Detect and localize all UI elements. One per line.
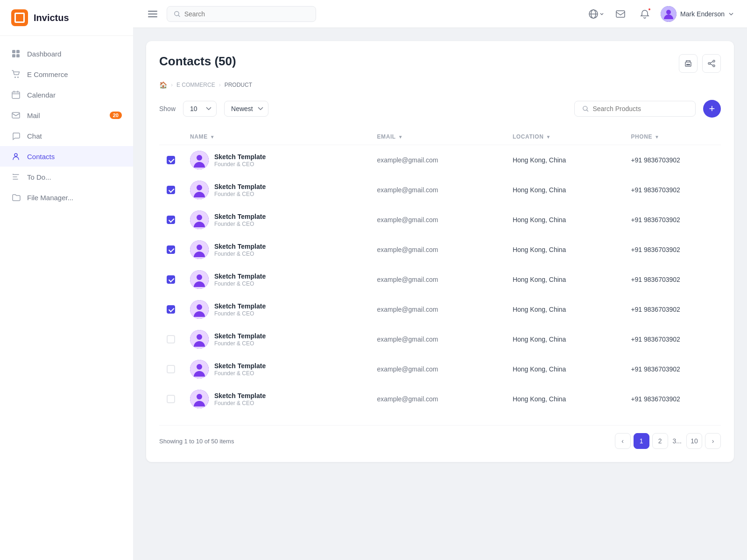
next-page-button[interactable]: › [705,433,721,449]
table-row: Sketch Template Founder & CEO example@gm… [159,205,721,235]
breadcrumb-sep-1: › [171,82,173,88]
breadcrumb-ecommerce[interactable]: E COMMERCE [176,82,215,88]
pagination-info: Showing 1 to 10 of 50 items [159,438,234,445]
page-2-button[interactable]: 2 [652,433,668,449]
row-name-cell: Sketch Template Founder & CEO [183,324,369,354]
home-icon[interactable]: 🏠 [159,81,167,89]
search-icon [582,105,589,112]
filemanager-icon [11,193,21,202]
add-contact-button[interactable]: + [703,100,721,118]
share-button[interactable] [702,54,721,73]
row-checkbox[interactable] [167,305,175,314]
mail-button[interactable] [612,6,629,22]
contact-location: Hong Kong, China [513,156,566,164]
row-checkbox[interactable] [167,245,175,254]
row-checkbox[interactable] [167,156,175,164]
avatar [661,6,677,22]
table-row: Sketch Template Founder & CEO example@gm… [159,294,721,324]
dashboard-icon [11,49,21,58]
row-checkbox[interactable] [167,275,175,284]
topbar-search-box[interactable] [167,6,316,22]
svg-point-19 [708,63,710,64]
svg-rect-6 [12,92,20,98]
row-checkbox[interactable] [167,395,175,403]
sidebar-item-filemanager[interactable]: File Manager... [0,187,133,208]
row-location-cell: Hong Kong, China [505,265,623,294]
contact-role: Founder & CEO [214,400,266,406]
table-toolbar: Show 10 25 50 100 Newest Oldest A-Z Z-A [159,100,721,118]
page-ellipsis: 3... [671,437,684,445]
contact-email: example@gmail.com [377,156,438,164]
svg-point-29 [197,245,202,250]
print-button[interactable] [679,54,698,73]
contact-phone: +91 9836703902 [631,336,680,343]
topbar-right: Mark Enderson [588,6,734,22]
sidebar-item-label: Chat [27,132,42,140]
show-select[interactable]: 10 25 50 100 [183,101,217,117]
sidebar-item-todo[interactable]: To Do... [0,167,133,187]
show-label: Show [159,105,176,112]
sidebar-item-chat[interactable]: Chat [0,126,133,146]
pagination-controls: ‹ 1 2 3... 10 › [615,433,721,449]
hamburger-button[interactable] [146,9,159,19]
location-sort-icon[interactable]: ▼ [546,134,551,140]
sort-select[interactable]: Newest Oldest A-Z Z-A [224,101,268,117]
topbar-search-input[interactable] [184,10,309,18]
row-email-cell: example@gmail.com [369,354,505,384]
row-email-cell: example@gmail.com [369,265,505,294]
row-checkbox[interactable] [167,335,175,343]
contact-phone: +91 9836703902 [631,246,680,253]
row-checkbox[interactable] [167,365,175,373]
app-name: Invictus [34,13,69,23]
row-checkbox[interactable] [167,216,175,224]
app-logo[interactable]: Invictus [0,0,133,36]
sidebar-item-label: Contacts [27,153,55,161]
search-products-box[interactable] [574,101,696,117]
sidebar-item-label: To Do... [27,173,51,181]
pagination-bar: Showing 1 to 10 of 50 items ‹ 1 2 3... 1… [159,425,721,449]
table-row: Sketch Template Founder & CEO example@gm… [159,235,721,265]
th-checkbox [159,129,183,145]
search-products-input[interactable] [592,105,688,112]
page-1-button[interactable]: 1 [634,433,649,449]
printer-icon [684,59,692,68]
row-name-cell: Sketch Template Founder & CEO [183,235,369,265]
contact-location: Hong Kong, China [513,306,566,313]
row-email-cell: example@gmail.com [369,324,505,354]
row-location-cell: Hong Kong, China [505,235,623,265]
row-location-cell: Hong Kong, China [505,145,623,175]
svg-point-20 [713,65,715,67]
sidebar-item-mail[interactable]: Mail 20 [0,105,133,126]
contact-name: Sketch Template [214,332,266,340]
contact-phone: +91 9836703902 [631,365,680,373]
contact-avatar [190,240,209,259]
row-email-cell: example@gmail.com [369,235,505,265]
row-email-cell: example@gmail.com [369,175,505,205]
prev-page-button[interactable]: ‹ [615,433,631,449]
contact-avatar [190,390,209,408]
user-menu[interactable]: Mark Enderson [661,6,734,22]
row-checkbox[interactable] [167,186,175,194]
contact-email: example@gmail.com [377,336,438,343]
svg-rect-1 [16,50,20,53]
row-name-cell: Sketch Template Founder & CEO [183,145,369,175]
page-10-button[interactable]: 10 [686,433,702,449]
sidebar-item-calendar[interactable]: Calendar [0,84,133,105]
globe-button[interactable] [588,6,605,22]
sidebar-item-ecommerce[interactable]: E Commerce [0,64,133,84]
row-name-cell: Sketch Template Founder & CEO [183,384,369,414]
row-phone-cell: +91 9836703902 [623,294,721,324]
notifications-button[interactable] [636,6,653,22]
email-sort-icon[interactable]: ▼ [398,134,403,140]
contact-avatar [190,300,209,319]
phone-sort-icon[interactable]: ▼ [655,134,660,140]
page-title: Contacts (50) [159,54,236,69]
sidebar-item-dashboard[interactable]: Dashboard [0,43,133,64]
row-checkbox-cell [159,205,183,235]
row-location-cell: Hong Kong, China [505,324,623,354]
name-sort-icon[interactable]: ▼ [210,134,215,140]
contact-role: Founder & CEO [214,191,266,197]
contact-avatar [190,151,209,169]
sidebar-item-label: E Commerce [27,70,68,78]
sidebar-item-contacts[interactable]: Contacts [0,146,133,167]
